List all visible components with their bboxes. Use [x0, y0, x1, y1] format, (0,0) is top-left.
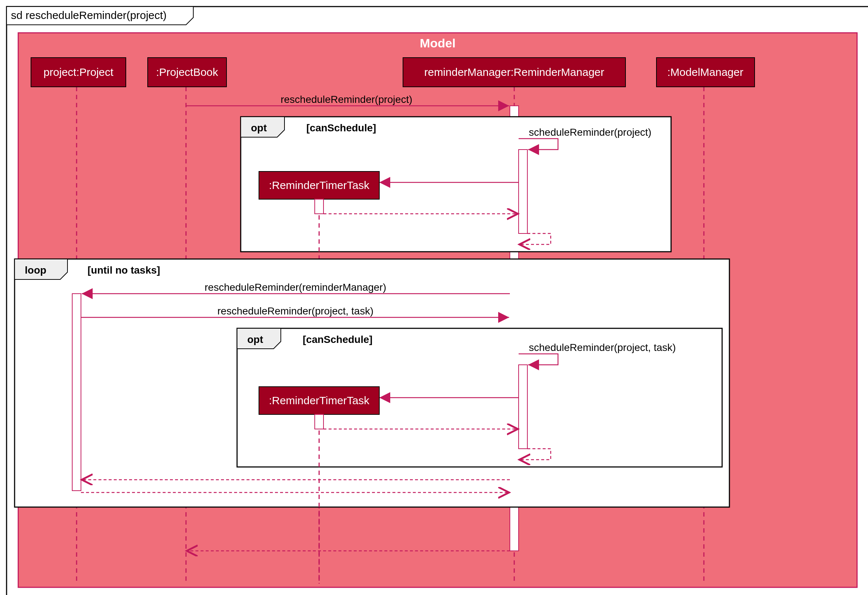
activation-timertask2 [315, 415, 323, 429]
msg-schedule-project-label: scheduleReminder(project) [529, 127, 651, 138]
msg-schedule-task-label: scheduleReminder(project, task) [529, 342, 676, 353]
loop-guard: [until no tasks] [87, 264, 160, 276]
opt2-guard: [canSchedule] [303, 334, 372, 345]
msg-reschedule-project-label: rescheduleReminder(project) [280, 94, 412, 105]
lifeline-timertask2-label: :ReminderTimerTask [269, 394, 370, 406]
model-title: Model [420, 36, 456, 50]
lifeline-projectbook-label: :ProjectBook [156, 66, 218, 78]
opt1-type: opt [251, 122, 267, 133]
activation-project [72, 294, 81, 491]
msg-reschedule-task-label: rescheduleReminder(project, task) [217, 305, 373, 317]
activation-schedule2 [519, 365, 527, 449]
activation-schedule1 [519, 149, 527, 233]
opt2-type: opt [247, 334, 263, 345]
lifeline-modelmanager-label: :ModelManager [667, 66, 743, 78]
opt1-guard: [canSchedule] [306, 122, 376, 133]
lifeline-timertask1-label: :ReminderTimerTask [269, 179, 370, 191]
msg-reschedule-rm-label: rescheduleReminder(reminderManager) [205, 282, 386, 293]
lifeline-project-label: project:Project [43, 66, 114, 78]
sequence-diagram: sd rescheduleReminder(project) Model pro… [4, 4, 868, 595]
loop-type: loop [25, 264, 46, 276]
lifeline-remindermanager-label: reminderManager:ReminderManager [424, 66, 604, 78]
activation-timertask1 [315, 199, 323, 214]
sd-title: sd rescheduleReminder(project) [11, 9, 167, 21]
